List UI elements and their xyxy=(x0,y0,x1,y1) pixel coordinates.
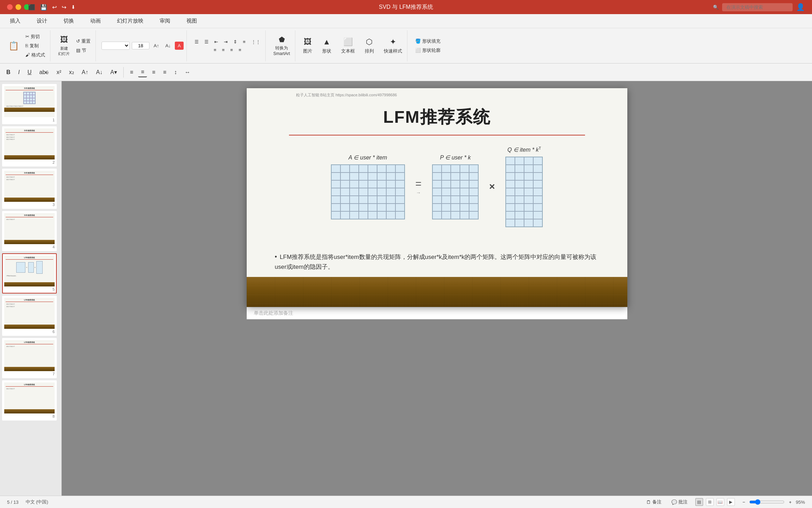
picture-button[interactable]: 🖼 图片 xyxy=(301,37,314,55)
slide-thumb-8[interactable]: LFM推荐系统 描述文字描述文字 8 xyxy=(2,380,57,421)
strikethrough-button[interactable]: abc̶ xyxy=(37,67,52,77)
arrange-button[interactable]: ⬡ 排列 xyxy=(363,37,376,55)
align-center2-button[interactable]: ≡ xyxy=(138,67,147,77)
comments-icon: 💬 xyxy=(671,500,677,505)
notes-button[interactable]: 🗒 备注 xyxy=(644,498,664,506)
quick-styles-button[interactable]: ✦ 快速样式 xyxy=(382,37,404,55)
slideshow-button[interactable]: ▶ xyxy=(727,498,735,506)
font-size-input[interactable] xyxy=(132,42,149,49)
slide-sorter-button[interactable]: ⊞ xyxy=(706,498,714,506)
times-sign: × xyxy=(489,181,495,192)
cut-button[interactable]: ✂ 剪切 xyxy=(23,33,47,41)
menu-transition[interactable]: 切换 xyxy=(61,16,77,26)
italic-button[interactable]: I xyxy=(16,68,23,77)
minimize-button[interactable] xyxy=(16,4,21,10)
font-size-up2-button[interactable]: A↑ xyxy=(79,68,91,77)
font-size-up-button[interactable]: A↑ xyxy=(152,42,161,49)
font-size-down-button[interactable]: A↓ xyxy=(163,42,173,49)
clear-format-button[interactable]: A xyxy=(175,42,184,50)
indent-decrease-button[interactable]: ⇤ xyxy=(212,38,220,45)
font-size-down2-button[interactable]: A↓ xyxy=(93,68,105,77)
slide-thumb-4[interactable]: SVD推荐系统 描述文字描述文字 4 xyxy=(2,211,57,251)
user-icon[interactable]: 👤 xyxy=(796,3,805,11)
canvas-area[interactable]: 粒子人工智能 B站主页 https://space.bilibili.com/4… xyxy=(62,81,812,496)
line-spacing-button[interactable]: ↕ xyxy=(171,68,180,77)
main-area: SVD推荐系统 描述文字描述文字描述文字描述文字 1 SVD推荐系统 xyxy=(0,81,812,496)
align-left-button[interactable]: ≡ xyxy=(211,47,219,53)
align-button[interactable]: ≡ xyxy=(241,38,248,45)
slide-thumb-6[interactable]: LFM推荐系统 描述文字描述文字 描述文字描述文字 6 xyxy=(2,296,57,336)
comments-button[interactable]: 💬 批注 xyxy=(669,498,690,506)
menu-design[interactable]: 设计 xyxy=(34,16,50,26)
notes-placeholder[interactable]: 单击此处添加备注 xyxy=(254,310,293,316)
justify-button[interactable]: ≡ xyxy=(236,47,244,53)
align-left2-button[interactable]: ≡ xyxy=(127,68,136,77)
undo-icon[interactable]: ↩ xyxy=(52,4,57,11)
format-painter-button[interactable]: 🖌 格式式 xyxy=(23,51,47,59)
notes-area[interactable]: 单击此处添加备注 xyxy=(247,307,627,319)
normal-view-button[interactable]: ▤ xyxy=(695,498,703,506)
menu-view[interactable]: 视图 xyxy=(184,16,200,26)
font-name-select[interactable] xyxy=(102,42,130,50)
slide-thumb-3[interactable]: SVD推荐系统 描述文字描述文字 描述文字描述文字 3 xyxy=(2,169,57,209)
zoom-slider[interactable] xyxy=(749,499,785,505)
font-section: A↑ A↓ A xyxy=(99,30,187,61)
slide-panel: SVD推荐系统 描述文字描述文字描述文字描述文字 1 SVD推荐系统 xyxy=(0,81,62,496)
slide-thumb-1[interactable]: SVD推荐系统 描述文字描述文字描述文字描述文字 1 xyxy=(2,84,57,124)
search-input[interactable] xyxy=(722,3,793,11)
underline-button[interactable]: U xyxy=(25,68,35,77)
textbox-button[interactable]: ⬜ 文本框 xyxy=(339,37,357,55)
justify2-button[interactable]: ≡ xyxy=(160,68,169,77)
shapes-button[interactable]: ▲ 形状 xyxy=(320,37,333,55)
slide-num-6: 6 xyxy=(4,329,55,334)
reading-view-button[interactable]: 📖 xyxy=(716,498,724,506)
copy-button[interactable]: ⎘ 复制 xyxy=(23,42,47,50)
columns-button[interactable]: ⋮⋮ xyxy=(249,38,263,45)
styles-icon: ✦ xyxy=(390,37,396,47)
paste-button[interactable]: 📋 xyxy=(6,40,21,52)
bullets-button[interactable]: ☰ xyxy=(192,38,201,45)
char-spacing-button[interactable]: ↔ xyxy=(182,68,193,77)
dropdown-icon[interactable]: ⬇ xyxy=(71,4,75,10)
menu-slideshow[interactable]: 幻灯片放映 xyxy=(114,16,146,26)
arrange-icon: ⬡ xyxy=(366,37,373,47)
bold-button[interactable]: B xyxy=(4,68,13,77)
subscript-button[interactable]: x₂ xyxy=(66,67,77,77)
font-color-button[interactable]: A▾ xyxy=(107,67,120,77)
menu-insert[interactable]: 插入 xyxy=(7,16,23,26)
section-button[interactable]: ▤ 节 xyxy=(74,47,93,54)
view-mode-icons: ▤ ⊞ 📖 ▶ xyxy=(695,498,735,506)
new-slide-button[interactable]: 🖼 新建幻灯片 xyxy=(56,35,72,57)
close-button[interactable] xyxy=(7,4,13,10)
align-right-button[interactable]: ≡ xyxy=(228,47,235,53)
align-center-button[interactable]: ≡ xyxy=(220,47,227,53)
slide-thumb-2[interactable]: SVD推荐系统 描述文字描述文字 描述文字描述文字 描述文字描述文字 2 xyxy=(2,126,57,167)
file-icon[interactable]: ⬛ xyxy=(28,4,35,11)
text-direction-button[interactable]: ⇕ xyxy=(231,38,239,45)
superscript-button[interactable]: x² xyxy=(54,68,64,77)
smartart-button[interactable]: ⬟ 转换为SmartArt xyxy=(271,35,292,57)
align-right2-button[interactable]: ≡ xyxy=(149,68,158,77)
slide-title[interactable]: LFM推荐系统 xyxy=(247,106,627,128)
menu-animation[interactable]: 动画 xyxy=(87,16,104,26)
slide-num-1: 1 xyxy=(4,118,55,122)
matrix-a-container: A ∈ user * item xyxy=(331,154,405,219)
matrix-q-grid xyxy=(505,157,543,227)
redo-icon[interactable]: ↪ xyxy=(62,4,66,11)
equals-symbol: = xyxy=(416,178,422,190)
matrix-a-label: A ∈ user * item xyxy=(349,154,387,161)
zoom-out-button[interactable]: − xyxy=(740,499,748,506)
menu-review[interactable]: 审阅 xyxy=(157,16,173,26)
numbering-button[interactable]: ☰ xyxy=(202,38,211,45)
slide-canvas[interactable]: 粒子人工智能 B站主页 https://space.bilibili.com/4… xyxy=(247,88,627,307)
reset-button[interactable]: ↺ 重置 xyxy=(74,37,93,45)
save-icon[interactable]: 💾 xyxy=(40,4,47,11)
slide-preview-2: SVD推荐系统 描述文字描述文字 描述文字描述文字 描述文字描述文字 xyxy=(4,128,55,159)
indent-increase-button[interactable]: ⇥ xyxy=(222,38,230,45)
outline-icon: ⬜ xyxy=(415,48,421,53)
shape-fill-button[interactable]: 🪣 形状填充 xyxy=(413,37,443,45)
zoom-in-button[interactable]: + xyxy=(787,499,794,506)
shape-outline-button[interactable]: ⬜ 形状轮廓 xyxy=(413,47,443,54)
slide-thumb-7[interactable]: LFM推荐系统 描述文字描述文字 7 xyxy=(2,338,57,378)
slide-thumb-5[interactable]: LFM推荐系统 = × LFM推荐系统是指将... 5 xyxy=(2,253,57,294)
